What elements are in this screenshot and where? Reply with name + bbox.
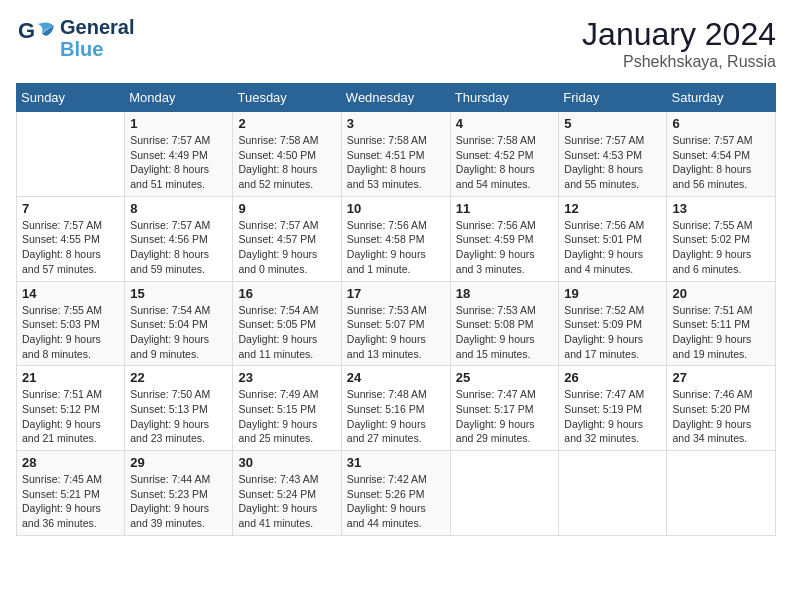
day-cell: 22Sunrise: 7:50 AMSunset: 5:13 PMDayligh… xyxy=(125,366,233,451)
day-number: 7 xyxy=(22,201,119,216)
week-row-5: 28Sunrise: 7:45 AMSunset: 5:21 PMDayligh… xyxy=(17,451,776,536)
week-row-3: 14Sunrise: 7:55 AMSunset: 5:03 PMDayligh… xyxy=(17,281,776,366)
day-cell: 15Sunrise: 7:54 AMSunset: 5:04 PMDayligh… xyxy=(125,281,233,366)
day-number: 10 xyxy=(347,201,445,216)
day-number: 15 xyxy=(130,286,227,301)
calendar-header: SundayMondayTuesdayWednesdayThursdayFrid… xyxy=(17,84,776,112)
day-cell: 11Sunrise: 7:56 AMSunset: 4:59 PMDayligh… xyxy=(450,196,559,281)
day-info: Sunrise: 7:58 AMSunset: 4:52 PMDaylight:… xyxy=(456,133,554,192)
day-number: 2 xyxy=(238,116,335,131)
page-header: G General Blue January 2024 Pshekhskaya,… xyxy=(16,16,776,71)
day-cell: 10Sunrise: 7:56 AMSunset: 4:58 PMDayligh… xyxy=(341,196,450,281)
day-cell: 12Sunrise: 7:56 AMSunset: 5:01 PMDayligh… xyxy=(559,196,667,281)
day-info: Sunrise: 7:57 AMSunset: 4:53 PMDaylight:… xyxy=(564,133,661,192)
day-cell: 6Sunrise: 7:57 AMSunset: 4:54 PMDaylight… xyxy=(667,112,776,197)
day-info: Sunrise: 7:42 AMSunset: 5:26 PMDaylight:… xyxy=(347,472,445,531)
day-cell: 18Sunrise: 7:53 AMSunset: 5:08 PMDayligh… xyxy=(450,281,559,366)
day-cell: 19Sunrise: 7:52 AMSunset: 5:09 PMDayligh… xyxy=(559,281,667,366)
day-cell: 9Sunrise: 7:57 AMSunset: 4:57 PMDaylight… xyxy=(233,196,341,281)
week-row-1: 1Sunrise: 7:57 AMSunset: 4:49 PMDaylight… xyxy=(17,112,776,197)
day-cell xyxy=(667,451,776,536)
day-info: Sunrise: 7:57 AMSunset: 4:56 PMDaylight:… xyxy=(130,218,227,277)
day-info: Sunrise: 7:56 AMSunset: 4:59 PMDaylight:… xyxy=(456,218,554,277)
day-info: Sunrise: 7:45 AMSunset: 5:21 PMDaylight:… xyxy=(22,472,119,531)
day-number: 30 xyxy=(238,455,335,470)
day-info: Sunrise: 7:47 AMSunset: 5:17 PMDaylight:… xyxy=(456,387,554,446)
day-number: 25 xyxy=(456,370,554,385)
day-number: 26 xyxy=(564,370,661,385)
day-number: 11 xyxy=(456,201,554,216)
day-number: 23 xyxy=(238,370,335,385)
day-number: 22 xyxy=(130,370,227,385)
day-cell: 4Sunrise: 7:58 AMSunset: 4:52 PMDaylight… xyxy=(450,112,559,197)
day-cell: 14Sunrise: 7:55 AMSunset: 5:03 PMDayligh… xyxy=(17,281,125,366)
day-info: Sunrise: 7:58 AMSunset: 4:51 PMDaylight:… xyxy=(347,133,445,192)
day-number: 17 xyxy=(347,286,445,301)
day-cell: 31Sunrise: 7:42 AMSunset: 5:26 PMDayligh… xyxy=(341,451,450,536)
day-number: 28 xyxy=(22,455,119,470)
day-number: 31 xyxy=(347,455,445,470)
day-info: Sunrise: 7:50 AMSunset: 5:13 PMDaylight:… xyxy=(130,387,227,446)
day-cell: 23Sunrise: 7:49 AMSunset: 5:15 PMDayligh… xyxy=(233,366,341,451)
page-title: January 2024 xyxy=(582,16,776,53)
logo-text-block: General Blue xyxy=(60,16,134,60)
day-cell: 28Sunrise: 7:45 AMSunset: 5:21 PMDayligh… xyxy=(17,451,125,536)
logo-line1: General xyxy=(60,16,134,38)
calendar-table: SundayMondayTuesdayWednesdayThursdayFrid… xyxy=(16,83,776,536)
header-cell-wednesday: Wednesday xyxy=(341,84,450,112)
day-cell: 29Sunrise: 7:44 AMSunset: 5:23 PMDayligh… xyxy=(125,451,233,536)
day-cell: 5Sunrise: 7:57 AMSunset: 4:53 PMDaylight… xyxy=(559,112,667,197)
day-number: 8 xyxy=(130,201,227,216)
day-info: Sunrise: 7:54 AMSunset: 5:04 PMDaylight:… xyxy=(130,303,227,362)
header-cell-friday: Friday xyxy=(559,84,667,112)
title-block: January 2024 Pshekhskaya, Russia xyxy=(582,16,776,71)
day-number: 19 xyxy=(564,286,661,301)
week-row-4: 21Sunrise: 7:51 AMSunset: 5:12 PMDayligh… xyxy=(17,366,776,451)
day-info: Sunrise: 7:55 AMSunset: 5:02 PMDaylight:… xyxy=(672,218,770,277)
day-info: Sunrise: 7:47 AMSunset: 5:19 PMDaylight:… xyxy=(564,387,661,446)
day-cell xyxy=(559,451,667,536)
header-cell-saturday: Saturday xyxy=(667,84,776,112)
day-cell: 3Sunrise: 7:58 AMSunset: 4:51 PMDaylight… xyxy=(341,112,450,197)
day-cell: 21Sunrise: 7:51 AMSunset: 5:12 PMDayligh… xyxy=(17,366,125,451)
day-info: Sunrise: 7:53 AMSunset: 5:07 PMDaylight:… xyxy=(347,303,445,362)
day-info: Sunrise: 7:58 AMSunset: 4:50 PMDaylight:… xyxy=(238,133,335,192)
day-number: 16 xyxy=(238,286,335,301)
day-info: Sunrise: 7:56 AMSunset: 5:01 PMDaylight:… xyxy=(564,218,661,277)
day-number: 6 xyxy=(672,116,770,131)
day-cell xyxy=(17,112,125,197)
day-cell: 17Sunrise: 7:53 AMSunset: 5:07 PMDayligh… xyxy=(341,281,450,366)
header-cell-monday: Monday xyxy=(125,84,233,112)
day-number: 24 xyxy=(347,370,445,385)
day-cell: 8Sunrise: 7:57 AMSunset: 4:56 PMDaylight… xyxy=(125,196,233,281)
day-cell: 24Sunrise: 7:48 AMSunset: 5:16 PMDayligh… xyxy=(341,366,450,451)
day-cell: 7Sunrise: 7:57 AMSunset: 4:55 PMDaylight… xyxy=(17,196,125,281)
day-cell: 16Sunrise: 7:54 AMSunset: 5:05 PMDayligh… xyxy=(233,281,341,366)
day-info: Sunrise: 7:44 AMSunset: 5:23 PMDaylight:… xyxy=(130,472,227,531)
day-number: 18 xyxy=(456,286,554,301)
day-info: Sunrise: 7:57 AMSunset: 4:54 PMDaylight:… xyxy=(672,133,770,192)
day-info: Sunrise: 7:51 AMSunset: 5:11 PMDaylight:… xyxy=(672,303,770,362)
day-number: 5 xyxy=(564,116,661,131)
logo-line2: Blue xyxy=(60,38,103,60)
day-info: Sunrise: 7:46 AMSunset: 5:20 PMDaylight:… xyxy=(672,387,770,446)
day-number: 3 xyxy=(347,116,445,131)
day-cell: 2Sunrise: 7:58 AMSunset: 4:50 PMDaylight… xyxy=(233,112,341,197)
day-info: Sunrise: 7:51 AMSunset: 5:12 PMDaylight:… xyxy=(22,387,119,446)
day-info: Sunrise: 7:49 AMSunset: 5:15 PMDaylight:… xyxy=(238,387,335,446)
day-info: Sunrise: 7:52 AMSunset: 5:09 PMDaylight:… xyxy=(564,303,661,362)
page-subtitle: Pshekhskaya, Russia xyxy=(582,53,776,71)
day-number: 21 xyxy=(22,370,119,385)
day-cell: 13Sunrise: 7:55 AMSunset: 5:02 PMDayligh… xyxy=(667,196,776,281)
day-number: 9 xyxy=(238,201,335,216)
day-info: Sunrise: 7:48 AMSunset: 5:16 PMDaylight:… xyxy=(347,387,445,446)
day-number: 20 xyxy=(672,286,770,301)
day-cell: 27Sunrise: 7:46 AMSunset: 5:20 PMDayligh… xyxy=(667,366,776,451)
header-row: SundayMondayTuesdayWednesdayThursdayFrid… xyxy=(17,84,776,112)
day-info: Sunrise: 7:56 AMSunset: 4:58 PMDaylight:… xyxy=(347,218,445,277)
header-cell-thursday: Thursday xyxy=(450,84,559,112)
header-cell-sunday: Sunday xyxy=(17,84,125,112)
logo: G General Blue xyxy=(16,16,134,60)
day-info: Sunrise: 7:53 AMSunset: 5:08 PMDaylight:… xyxy=(456,303,554,362)
day-cell: 26Sunrise: 7:47 AMSunset: 5:19 PMDayligh… xyxy=(559,366,667,451)
